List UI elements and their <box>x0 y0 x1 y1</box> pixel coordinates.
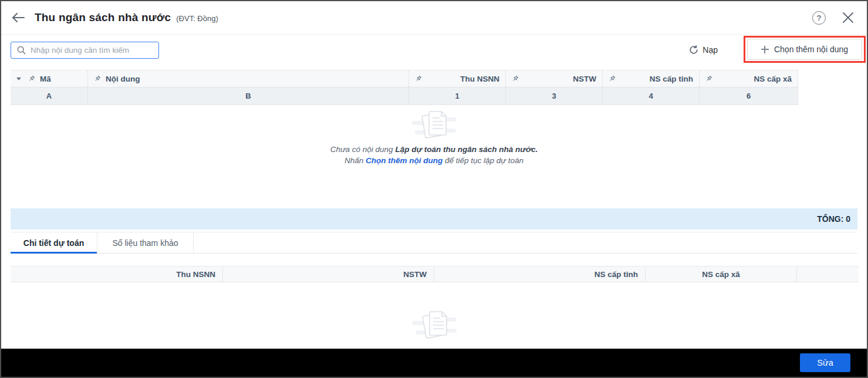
column-header-nstw[interactable]: NSTW <box>506 70 603 87</box>
detail-column-ns-cap-xa[interactable]: NS cấp xã <box>646 266 797 282</box>
column-header-label: Thu NSNN <box>460 75 499 83</box>
column-header-thu-nsnn[interactable]: Thu NSNN <box>409 70 506 87</box>
empty-text-bold: Lập dự toán thu ngân sách nhà nước. <box>395 145 538 154</box>
budget-grid: Mã Nội dung Thu NSNN NSTW NS cấp tỉnh NS… <box>11 70 798 105</box>
question-icon: ? <box>817 14 822 22</box>
edit-button[interactable]: Sửa <box>800 353 850 372</box>
empty-text: Nhấn <box>345 156 366 165</box>
detail-column-ns-cap-tinh[interactable]: NS cấp tỉnh <box>434 266 646 282</box>
reload-label: Nạp <box>702 45 718 55</box>
empty-message-line2: Nhấn Chọn thêm nội dung để tiếp tục lập … <box>345 155 523 166</box>
column-code: A <box>11 87 88 104</box>
budget-revenue-dialog: Thu ngân sách nhà nước (ĐVT: Đồng) ? <box>0 0 868 378</box>
close-button[interactable] <box>841 11 855 25</box>
toolbar: Nạp Chọn thêm nội dung <box>1 35 867 65</box>
add-content-link[interactable]: Chọn thêm nội dung <box>366 156 443 165</box>
grid-header-row: Mã Nội dung Thu NSNN NSTW NS cấp tỉnh NS… <box>11 70 798 87</box>
column-header-ns-cap-tinh[interactable]: NS cấp tỉnh <box>603 70 700 87</box>
back-arrow-icon <box>12 13 25 22</box>
column-header-label: NS cấp tỉnh <box>650 75 693 83</box>
tab-label: Chi tiết dự toán <box>23 238 84 248</box>
title-bar: Thu ngân sách nhà nước (ĐVT: Đồng) ? <box>1 1 867 35</box>
pin-icon[interactable] <box>609 75 616 82</box>
total-bar: TỔNG: 0 <box>11 208 857 230</box>
column-code: 3 <box>506 87 603 104</box>
search-icon <box>17 46 26 55</box>
add-content-button[interactable]: Chọn thêm nội dung <box>747 39 862 60</box>
grid-empty-state: Chưa có nội dung Lập dự toán thu ngân sá… <box>1 105 867 208</box>
column-code: 6 <box>700 87 798 104</box>
search-input[interactable] <box>31 46 154 55</box>
pin-icon[interactable] <box>415 75 422 82</box>
column-header-noi-dung[interactable]: Nội dung <box>88 70 409 87</box>
empty-documents-icon <box>410 109 458 139</box>
column-code: 1 <box>409 87 506 104</box>
detail-column-filler <box>797 266 859 282</box>
detail-grid-empty-state <box>11 282 859 349</box>
detail-grid: Thu NSNN NSTW NS cấp tỉnh NS cấp xã <box>11 266 859 349</box>
add-content-label: Chọn thêm nội dung <box>774 45 848 54</box>
search-box[interactable] <box>11 42 159 59</box>
refresh-icon <box>689 45 698 55</box>
column-code: 4 <box>603 87 700 104</box>
detail-column-nstw[interactable]: NSTW <box>223 266 434 282</box>
total-value: TỔNG: 0 <box>817 214 850 224</box>
page-title: Thu ngân sách nhà nước <box>35 11 171 24</box>
column-header-ns-cap-xa[interactable]: NS cấp xã <box>700 70 798 87</box>
pin-icon[interactable] <box>94 75 101 82</box>
page-subtitle: (ĐVT: Đồng) <box>176 14 218 23</box>
back-button[interactable] <box>11 10 26 25</box>
red-highlight-annotation: Chọn thêm nội dung <box>744 36 866 63</box>
empty-documents-icon <box>411 309 459 339</box>
chevron-down-icon[interactable] <box>16 77 21 80</box>
column-header-label: Nội dung <box>106 75 140 83</box>
empty-text: để tiếp tục lập dự toán <box>443 156 523 165</box>
detail-column-thu-nsnn[interactable]: Thu NSNN <box>11 266 223 282</box>
empty-message-line1: Chưa có nội dung Lập dự toán thu ngân sá… <box>330 144 538 155</box>
tab-label: Số liệu tham khảo <box>112 238 178 248</box>
column-header-label: NS cấp xã <box>754 75 792 83</box>
column-header-label: NSTW <box>573 75 596 83</box>
empty-text: Chưa có nội dung <box>330 145 396 154</box>
column-header-label: Mã <box>40 75 51 83</box>
footer-bar: Sửa <box>1 349 867 377</box>
close-icon <box>843 12 853 23</box>
tab-chi-tiet-du-toan[interactable]: Chi tiết dự toán <box>11 232 97 253</box>
plus-icon <box>761 46 769 53</box>
pin-icon[interactable] <box>28 75 35 82</box>
pin-icon[interactable] <box>512 75 519 82</box>
help-button[interactable]: ? <box>812 11 826 25</box>
detail-grid-header-row: Thu NSNN NSTW NS cấp tỉnh NS cấp xã <box>11 266 859 282</box>
column-code: B <box>88 87 409 104</box>
detail-tabs: Chi tiết dự toán Số liệu tham khảo <box>11 232 857 254</box>
tab-so-lieu-tham-khao[interactable]: Số liệu tham khảo <box>97 232 194 253</box>
pin-icon[interactable] <box>705 75 712 82</box>
grid-code-row: A B 1 3 4 6 <box>11 87 798 105</box>
column-header-ma[interactable]: Mã <box>11 70 88 87</box>
reload-button[interactable]: Nạp <box>689 45 718 55</box>
